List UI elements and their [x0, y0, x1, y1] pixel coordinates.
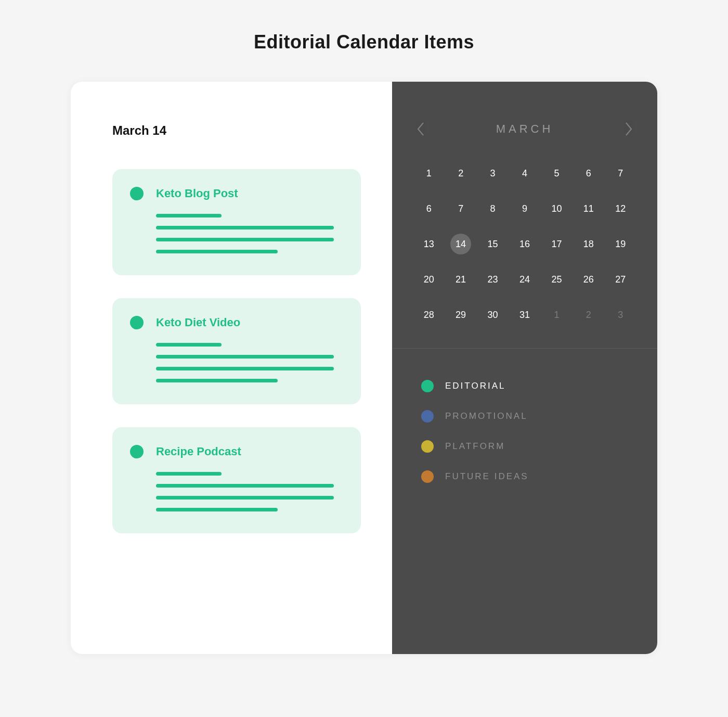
legend-item[interactable]: FUTURE IDEAS: [421, 470, 628, 483]
calendar-day[interactable]: 21: [445, 269, 476, 290]
calendar-day-number: 30: [488, 310, 498, 320]
calendar-day-number: 2: [586, 310, 591, 320]
placeholder-line: [156, 379, 278, 382]
content-item-card[interactable]: Recipe Podcast: [112, 427, 361, 533]
calendar-day[interactable]: 31: [509, 304, 540, 325]
calendar-day[interactable]: 7: [605, 163, 636, 184]
calendar-day-number: 15: [488, 239, 498, 249]
placeholder-line: [156, 355, 334, 358]
calendar-day[interactable]: 16: [509, 234, 540, 254]
placeholder-line: [156, 367, 334, 370]
calendar-day-number: 26: [583, 274, 594, 285]
calendar-day-number: 2: [458, 168, 463, 178]
calendar-day[interactable]: 5: [541, 163, 573, 184]
calendar-day-number: 9: [522, 203, 527, 214]
calendar-day[interactable]: 26: [573, 269, 604, 290]
placeholder-line: [156, 250, 278, 253]
calendar-grid: 1234567678910111213141516171819202123242…: [413, 163, 636, 325]
calendar-day-number: 29: [456, 310, 466, 320]
calendar-day-number: 8: [490, 203, 496, 214]
calendar-header: MARCH: [413, 121, 636, 137]
calendar-day[interactable]: 4: [509, 163, 540, 184]
calendar-day-number: 19: [615, 239, 626, 249]
page-title: Editorial Calendar Items: [71, 31, 657, 53]
legend-item[interactable]: PROMOTIONAL: [421, 410, 628, 422]
calendar-day[interactable]: 17: [541, 234, 573, 254]
calendar-day[interactable]: 14: [445, 234, 476, 254]
content-item-preview-lines: [156, 472, 343, 511]
calendar-day[interactable]: 20: [413, 269, 445, 290]
placeholder-line: [156, 508, 278, 511]
calendar-day-number: 7: [618, 168, 623, 178]
content-item-header: Keto Blog Post: [130, 187, 343, 200]
content-item-preview-lines: [156, 343, 343, 382]
calendar-day[interactable]: 25: [541, 269, 573, 290]
legend-dot-icon: [421, 440, 434, 453]
legend-item[interactable]: PLATFORM: [421, 440, 628, 453]
chevron-left-icon: [416, 121, 425, 137]
placeholder-line: [156, 214, 222, 217]
calendar-day[interactable]: 6: [413, 198, 445, 219]
calendar-day[interactable]: 23: [477, 269, 509, 290]
calendar-day[interactable]: 3: [477, 163, 509, 184]
legend-label: PROMOTIONAL: [445, 411, 528, 421]
calendar-day-number: 10: [551, 203, 562, 214]
content-item-header: Keto Diet Video: [130, 316, 343, 329]
calendar-day-number: 7: [458, 203, 463, 214]
next-month-button[interactable]: [624, 121, 633, 137]
calendar-day[interactable]: 1: [541, 304, 573, 325]
calendar-day[interactable]: 15: [477, 234, 509, 254]
calendar-day[interactable]: 30: [477, 304, 509, 325]
category-dot-icon: [130, 445, 144, 458]
category-legend: EDITORIALPROMOTIONALPLATFORMFUTURE IDEAS: [392, 349, 657, 514]
calendar-day[interactable]: 2: [445, 163, 476, 184]
legend-label: FUTURE IDEAS: [445, 471, 529, 482]
calendar-day-number: 28: [424, 310, 434, 320]
content-item-header: Recipe Podcast: [130, 445, 343, 458]
prev-month-button[interactable]: [416, 121, 425, 137]
calendar-day-number: 17: [551, 239, 562, 249]
calendar-day-number: 25: [551, 274, 562, 285]
legend-dot-icon: [421, 380, 434, 392]
content-item-card[interactable]: Keto Diet Video: [112, 298, 361, 404]
items-panel: March 14 Keto Blog PostKeto Diet VideoRe…: [71, 82, 392, 654]
legend-dot-icon: [421, 410, 434, 422]
calendar-day-number: 5: [554, 168, 559, 178]
calendar-day[interactable]: 24: [509, 269, 540, 290]
calendar-day-number: 12: [615, 203, 626, 214]
content-item-title: Keto Diet Video: [156, 316, 240, 329]
calendar-day-number: 14: [450, 234, 471, 254]
calendar-day[interactable]: 13: [413, 234, 445, 254]
calendar-panel: MARCH 1234567678910111213141516171819202…: [392, 82, 657, 654]
calendar-day[interactable]: 9: [509, 198, 540, 219]
calendar-day[interactable]: 6: [573, 163, 604, 184]
calendar-day-number: 18: [583, 239, 594, 249]
calendar-day[interactable]: 10: [541, 198, 573, 219]
mini-calendar: MARCH 1234567678910111213141516171819202…: [392, 82, 657, 349]
legend-item[interactable]: EDITORIAL: [421, 380, 628, 392]
calendar-day[interactable]: 7: [445, 198, 476, 219]
calendar-day[interactable]: 2: [573, 304, 604, 325]
calendar-day-number: 23: [488, 274, 498, 285]
placeholder-line: [156, 226, 334, 229]
calendar-day[interactable]: 11: [573, 198, 604, 219]
calendar-day-number: 24: [519, 274, 530, 285]
calendar-day[interactable]: 18: [573, 234, 604, 254]
selected-date-heading: March 14: [112, 123, 361, 138]
calendar-day-number: 4: [522, 168, 527, 178]
calendar-day-number: 13: [424, 239, 434, 249]
calendar-day[interactable]: 28: [413, 304, 445, 325]
calendar-day[interactable]: 19: [605, 234, 636, 254]
calendar-day[interactable]: 1: [413, 163, 445, 184]
calendar-day[interactable]: 12: [605, 198, 636, 219]
content-item-card[interactable]: Keto Blog Post: [112, 169, 361, 275]
legend-label: PLATFORM: [445, 441, 505, 452]
calendar-day-number: 1: [554, 310, 559, 320]
editorial-card: March 14 Keto Blog PostKeto Diet VideoRe…: [71, 82, 657, 654]
calendar-day[interactable]: 8: [477, 198, 509, 219]
calendar-day[interactable]: 27: [605, 269, 636, 290]
calendar-day[interactable]: 29: [445, 304, 476, 325]
calendar-day[interactable]: 3: [605, 304, 636, 325]
calendar-day-number: 3: [490, 168, 496, 178]
calendar-day-number: 21: [456, 274, 466, 285]
